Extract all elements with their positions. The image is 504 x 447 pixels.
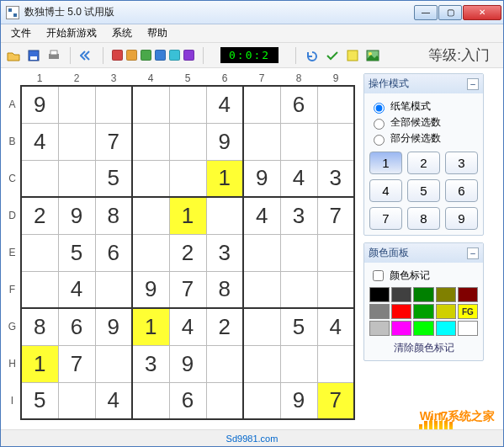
sudoku-cell[interactable]: 8 [206, 271, 243, 308]
sudoku-cell[interactable]: 8 [95, 197, 132, 234]
mode-part-input[interactable] [374, 135, 385, 146]
sudoku-cell[interactable] [206, 382, 243, 419]
sudoku-cell[interactable] [317, 271, 354, 308]
sudoku-cell[interactable] [317, 86, 354, 123]
sudoku-cell[interactable]: 7 [317, 382, 354, 419]
sudoku-cell[interactable]: 1 [132, 308, 169, 345]
hint-icon[interactable] [345, 48, 360, 63]
sudoku-cell[interactable] [243, 234, 280, 271]
palette-color[interactable] [369, 287, 390, 302]
mode-pen-radio[interactable]: 纸笔模式 [369, 98, 478, 114]
undo-all-icon[interactable] [79, 48, 94, 63]
sudoku-cell[interactable]: 3 [132, 345, 169, 382]
sudoku-cell[interactable]: 6 [169, 382, 206, 419]
sudoku-cell[interactable] [280, 271, 317, 308]
color-mark-input[interactable] [373, 270, 384, 281]
quick-color[interactable] [183, 50, 194, 61]
sudoku-cell[interactable] [95, 345, 132, 382]
sudoku-cell[interactable]: 9 [58, 197, 95, 234]
sudoku-cell[interactable] [317, 345, 354, 382]
sudoku-cell[interactable]: 5 [95, 160, 132, 197]
sudoku-cell[interactable] [58, 160, 95, 197]
palette-color[interactable] [413, 304, 433, 319]
clear-color-link[interactable]: 清除颜色标记 [369, 341, 478, 355]
close-button[interactable]: ✕ [463, 5, 501, 20]
collapse-icon[interactable]: – [467, 78, 479, 90]
sudoku-cell[interactable]: 1 [21, 345, 58, 382]
numpad-button[interactable]: 8 [407, 207, 440, 230]
sudoku-cell[interactable]: 3 [317, 160, 354, 197]
palette-color[interactable] [436, 287, 456, 302]
sudoku-cell[interactable] [243, 123, 280, 160]
sudoku-cell[interactable]: 9 [169, 345, 206, 382]
sudoku-cell[interactable]: 5 [58, 234, 95, 271]
mode-all-radio[interactable]: 全部候选数 [369, 114, 478, 130]
palette-color[interactable] [436, 321, 456, 336]
sudoku-cell[interactable]: 7 [317, 197, 354, 234]
sudoku-cell[interactable] [280, 234, 317, 271]
sudoku-cell[interactable]: 3 [206, 234, 243, 271]
sudoku-cell[interactable] [169, 86, 206, 123]
save-icon[interactable] [26, 48, 41, 63]
sudoku-cell[interactable]: 9 [21, 86, 58, 123]
sudoku-cell[interactable]: 5 [280, 308, 317, 345]
sudoku-cell[interactable]: 2 [206, 308, 243, 345]
mode-all-input[interactable] [374, 119, 385, 130]
sudoku-cell[interactable]: 7 [58, 345, 95, 382]
palette-color[interactable] [391, 287, 411, 302]
sudoku-cell[interactable]: 6 [280, 86, 317, 123]
sudoku-cell[interactable]: 4 [206, 86, 243, 123]
sudoku-cell[interactable] [95, 86, 132, 123]
check-icon[interactable] [325, 48, 340, 63]
sudoku-cell[interactable]: 9 [206, 123, 243, 160]
sudoku-cell[interactable] [58, 123, 95, 160]
sudoku-cell[interactable] [169, 160, 206, 197]
picture-icon[interactable] [365, 48, 380, 63]
sudoku-cell[interactable] [58, 86, 95, 123]
numpad-button[interactable]: 4 [369, 179, 402, 202]
sudoku-cell[interactable]: 1 [206, 160, 243, 197]
numpad-button[interactable]: 5 [407, 179, 440, 202]
palette-color[interactable] [458, 287, 478, 302]
menu-newgame[interactable]: 开始新游戏 [40, 24, 103, 42]
sudoku-cell[interactable] [21, 271, 58, 308]
sudoku-cell[interactable]: 7 [95, 123, 132, 160]
sudoku-cell[interactable] [243, 345, 280, 382]
sudoku-cell[interactable]: 8 [21, 308, 58, 345]
mode-pen-input[interactable] [374, 103, 385, 114]
numpad-button[interactable]: 9 [445, 207, 478, 230]
menu-file[interactable]: 文件 [4, 24, 38, 42]
sudoku-cell[interactable] [317, 234, 354, 271]
sudoku-cell[interactable] [206, 345, 243, 382]
quick-color[interactable] [112, 50, 123, 61]
palette-color[interactable] [413, 287, 433, 302]
palette-color[interactable] [458, 321, 478, 336]
palette-color[interactable]: FG [458, 304, 478, 319]
sudoku-cell[interactable]: 9 [132, 271, 169, 308]
sudoku-cell[interactable]: 4 [58, 271, 95, 308]
maximize-button[interactable]: ▢ [438, 5, 462, 20]
sudoku-cell[interactable]: 5 [21, 382, 58, 419]
mode-part-radio[interactable]: 部分候选数 [369, 130, 478, 146]
sudoku-cell[interactable]: 6 [95, 234, 132, 271]
sudoku-cell[interactable]: 9 [280, 382, 317, 419]
quick-color[interactable] [169, 50, 180, 61]
palette-color[interactable] [413, 321, 433, 336]
color-mark-check[interactable]: 颜色标记 [369, 268, 478, 284]
palette-color[interactable] [436, 304, 456, 319]
numpad-button[interactable]: 2 [407, 152, 440, 174]
sudoku-cell[interactable] [280, 345, 317, 382]
sudoku-cell[interactable]: 7 [169, 271, 206, 308]
menu-system[interactable]: 系统 [105, 24, 139, 42]
collapse-icon-2[interactable]: – [467, 247, 479, 259]
sudoku-cell[interactable]: 4 [280, 160, 317, 197]
sudoku-cell[interactable]: 4 [317, 308, 354, 345]
sudoku-cell[interactable]: 4 [243, 197, 280, 234]
numpad-button[interactable]: 7 [369, 207, 402, 230]
sudoku-cell[interactable] [132, 123, 169, 160]
sudoku-cell[interactable]: 9 [243, 160, 280, 197]
sudoku-cell[interactable]: 3 [280, 197, 317, 234]
sudoku-cell[interactable] [132, 86, 169, 123]
sudoku-cell[interactable] [280, 123, 317, 160]
minimize-button[interactable]: — [414, 5, 438, 20]
